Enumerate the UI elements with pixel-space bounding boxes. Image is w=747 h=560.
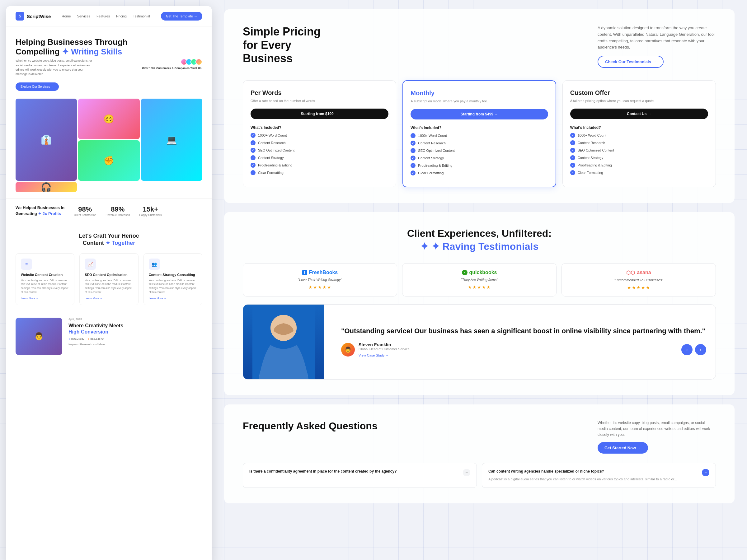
check-icon-m3: ✓	[411, 148, 415, 153]
testimonial-content: "Outstanding service! Our business has s…	[332, 304, 716, 379]
learn-more-2[interactable]: Learn More →	[85, 297, 133, 300]
faq-question-1: Is there a confidentiality agreement in …	[249, 469, 400, 474]
check-icon-c6: ✓	[570, 170, 575, 175]
check-icon-c1: ✓	[570, 133, 575, 138]
person-photo-1: 👔	[16, 99, 77, 181]
trust-avatars	[142, 58, 202, 65]
pricing-section: Simple Pricing for Every Business A dyna…	[224, 9, 735, 203]
check-icon-3: ✓	[251, 148, 256, 153]
check-icon-2: ✓	[251, 140, 256, 145]
blog-title: Where Creativity Meets High Conversion	[69, 323, 202, 336]
monthly-feature-6: ✓ Clear Formatting	[411, 170, 548, 176]
person-3-img: 💻	[141, 99, 202, 181]
person-photo-3: 💻	[141, 99, 202, 181]
explore-btn[interactable]: Explore Our Services →	[16, 82, 59, 91]
check-icon-c5: ✓	[570, 163, 575, 168]
testimonials-header: Client Experiences, Unfiltered: ✦ ✦ Ravi…	[243, 228, 716, 252]
stat-label-3: Happy Customers	[139, 213, 161, 216]
per-words-feature-3: ✓ SEO Optimized Content	[251, 148, 388, 153]
service-icon-2: 📈	[85, 259, 96, 270]
monthly-feature-1: ✓ 1000+ Word Count	[411, 133, 548, 138]
person-2-img: 😊	[78, 99, 139, 139]
check-icon-5: ✓	[251, 163, 256, 168]
check-icon-1: ✓	[251, 133, 256, 138]
brand-logos-row: f FreshBooks "Love Their Writing Strateg…	[243, 263, 716, 296]
next-testimonial-btn[interactable]: ›	[695, 344, 706, 355]
custom-feature-5: ✓ Proofreading & Editing	[570, 163, 708, 168]
pricing-card-monthly: Monthly A subscription model where you p…	[403, 80, 556, 187]
quickbooks-logo: ✓ quickbooks	[409, 270, 550, 275]
nav-cta-button[interactable]: Get The Template →	[161, 12, 202, 21]
person-4-img: ✊	[78, 140, 139, 181]
faq-item-2-content: Can content writing agencies handle spec…	[488, 469, 677, 482]
person-photo-4: ✊	[78, 140, 139, 181]
pricing-header: Simple Pricing for Every Business A dyna…	[243, 25, 716, 68]
image-grid: 👔 😊 💻 ✊ 🎧	[16, 99, 202, 192]
nav-pricing[interactable]: Pricing	[116, 14, 127, 18]
blog-content: April, 2023 Where Creativity Meets High …	[69, 318, 202, 355]
quickbooks-quote: "They Are Writing Jems"	[409, 278, 550, 282]
blog-post-title: Keyword Research and Ideas	[69, 343, 202, 346]
get-started-btn[interactable]: Get Started Now →	[598, 442, 648, 454]
asana-quote: "Recommended To Businesses"	[568, 278, 709, 282]
stat-num-3: 15k+	[139, 205, 161, 213]
faq-item-1[interactable]: Is there a confidentiality agreement in …	[243, 463, 477, 487]
check-icon-m1: ✓	[411, 133, 415, 138]
monthly-btn[interactable]: Starting from $499 →	[411, 109, 548, 119]
per-words-feature-5: ✓ Proofreading & Editing	[251, 163, 388, 168]
monthly-desc: A subscription model where you pay a mon…	[411, 99, 548, 104]
prev-testimonial-btn[interactable]: ‹	[681, 344, 693, 355]
per-words-desc: Offer a rate based on the number of word…	[251, 98, 388, 104]
testimonial-nav: ‹ ›	[681, 344, 706, 355]
faq-description: Whether it's website copy, blog posts, e…	[598, 420, 716, 438]
stat-label-2: Revenue Increased	[105, 213, 130, 216]
person-silhouette	[243, 304, 324, 379]
qb-icon: ✓	[462, 270, 467, 275]
nav-testimonial[interactable]: Testimonial	[133, 14, 150, 18]
service-card-3: 👥 Content Strategy Consulting Your conte…	[144, 253, 202, 305]
stat-satisfaction: 98% Client Satisfaction	[74, 205, 96, 216]
blog-date: April, 2023	[69, 318, 202, 321]
custom-btn[interactable]: Contact Us →	[570, 109, 708, 119]
faq-right: Whether it's website copy, blog posts, e…	[598, 420, 716, 454]
faq-title: Frequently Asked Questions	[243, 420, 378, 432]
faq-toggle-2[interactable]: −	[702, 469, 709, 476]
stat-customers: 15k+ Happy Customers	[139, 205, 161, 216]
brand-freshbooks: f FreshBooks "Love Their Writing Strateg…	[243, 263, 397, 296]
nav-services[interactable]: Services	[77, 14, 90, 18]
blog-stats: ● 875.04587 ● 852.54870	[69, 337, 202, 340]
monthly-feature-5: ✓ Proofreading & Editing	[411, 163, 548, 168]
blog-section: 👨 April, 2023 Where Creativity Meets Hig…	[6, 312, 212, 361]
check-testimonials-btn[interactable]: Check Our Testimonials →	[598, 56, 664, 68]
freshbooks-quote: "Love Their Writing Strategy"	[249, 278, 391, 282]
logo-icon: S	[16, 12, 24, 21]
monthly-feature-3: ✓ SEO Optimized Content	[411, 148, 548, 153]
per-words-feature-6: ✓ Clear Formatting	[251, 170, 388, 175]
faq-item-2[interactable]: Can content writing agencies handle spec…	[482, 463, 716, 487]
quickbooks-stars: ★★★★★	[409, 285, 550, 290]
nav-features[interactable]: Features	[97, 14, 110, 18]
per-words-feature-4: ✓ Content Strategy	[251, 155, 388, 160]
faq-toggle-1[interactable]: −	[463, 469, 470, 476]
check-icon-4: ✓	[251, 155, 256, 160]
testimonial-person: 👨 Steven Franklin Global Head of Custome…	[341, 342, 706, 357]
nav-home[interactable]: Home	[61, 14, 71, 18]
pricing-card-per-words: Per Words Offer a rate based on the numb…	[243, 80, 396, 187]
service-title-3: Content Strategy Consulting	[149, 273, 197, 276]
logo: S ScriptWise	[16, 12, 51, 21]
blog-stat-2: ● 852.54870	[87, 337, 103, 340]
person-1-img: 👔	[16, 99, 77, 181]
hero-section: Helping Businesses Through Compelling ✦ …	[6, 26, 212, 99]
person-photo-2: 😊	[78, 99, 139, 139]
learn-more-3[interactable]: Learn More →	[149, 297, 197, 300]
stat-revenue: 89% Revenue Increased	[105, 205, 130, 216]
learn-more-1[interactable]: Learn More →	[21, 297, 69, 300]
per-words-btn[interactable]: Starting from $199 →	[251, 109, 388, 119]
view-case-study[interactable]: View Case Study →	[359, 353, 410, 357]
pricing-right: A dynamic solution designed to transform…	[598, 25, 716, 68]
check-icon-m6: ✓	[411, 170, 415, 176]
check-icon-c4: ✓	[570, 155, 575, 160]
hero-description: Whether it's website copy, blog posts, e…	[16, 58, 93, 76]
check-icon-m5: ✓	[411, 163, 415, 168]
person-name: Steven Franklin	[359, 342, 410, 347]
